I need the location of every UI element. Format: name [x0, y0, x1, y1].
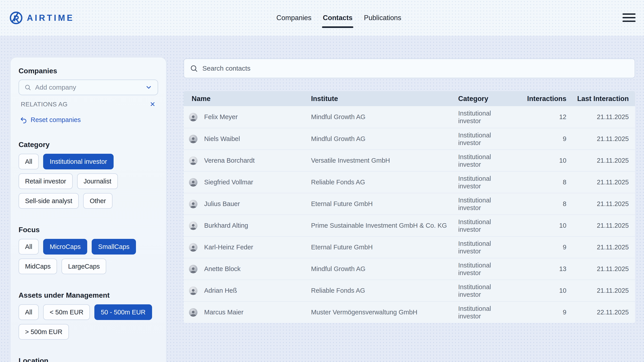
contact-avatar [189, 287, 198, 295]
cell-institute: Mindful Growth AG [303, 113, 450, 121]
contacts-search-bar[interactable] [184, 58, 635, 78]
reset-companies-link[interactable]: Reset companies [18, 116, 158, 124]
filter-chips: All< 50m EUR50 - 500m EUR> 500m EUR [18, 304, 158, 340]
cell-institute: Muster Vermögensverwaltung GmbH [303, 309, 450, 316]
filter-chip-institutional-investor[interactable]: Institutional investor [43, 154, 113, 169]
cell-category: Institutional investor [450, 129, 512, 149]
contact-name: Julius Bauer [204, 200, 240, 208]
cell-interactions: 8 [512, 200, 566, 208]
filter-chip-largecaps[interactable]: LargeCaps [62, 259, 106, 274]
cell-category: Institutional investor [450, 281, 512, 301]
filter-group-category: CategoryAllInstitutional investorRetail … [18, 141, 158, 209]
cell-last-interaction: 21.11.2025 [566, 244, 635, 251]
cell-interactions: 10 [512, 222, 566, 229]
filters-sidebar: Companies RELATIONS AG ✕ Reset companies… [10, 57, 166, 362]
cell-last-interaction: 21.11.2025 [566, 222, 635, 229]
filter-groups: CategoryAllInstitutional investorRetail … [18, 141, 158, 340]
nav-item-publications[interactable]: Publications [363, 13, 402, 23]
table-row[interactable]: Verena BorchardtVersatile Investment Gmb… [184, 149, 635, 171]
cell-interactions: 9 [512, 135, 566, 143]
cell-category: Institutional investor [450, 238, 512, 257]
cell-category: Institutional investor [450, 107, 512, 127]
brand[interactable]: AIRTIME [9, 11, 74, 25]
table-row[interactable]: Burkhard AltingPrime Sustainable Investm… [184, 215, 635, 236]
filter-chip-microcaps[interactable]: MicroCaps [43, 239, 87, 255]
reset-companies-label: Reset companies [31, 116, 81, 124]
table-row[interactable]: Felix MeyerMindful Growth AGInstitutiona… [184, 106, 635, 128]
filter-chip-smallcaps[interactable]: SmallCaps [92, 239, 136, 255]
contact-avatar [189, 265, 198, 273]
contact-name: Niels Waibel [204, 135, 240, 143]
cell-last-interaction: 22.11.2025 [566, 309, 635, 316]
cell-category: Institutional investor [450, 194, 512, 214]
filter-chip-50-500m-eur[interactable]: 50 - 500m EUR [94, 304, 152, 320]
cell-last-interaction: 21.11.2025 [566, 265, 635, 273]
cell-last-interaction: 21.11.2025 [566, 113, 635, 121]
cell-interactions: 12 [512, 113, 566, 121]
column-header-institute: Institute [303, 95, 450, 103]
cell-name: Karl-Heinz Feder [184, 243, 303, 252]
cell-institute: Eternal Future GmbH [303, 244, 450, 251]
cell-name: Burkhard Alting [184, 221, 303, 230]
cell-category: Institutional investor [450, 259, 512, 279]
column-header-last-interaction: Last Interaction [566, 95, 635, 103]
contact-avatar [189, 178, 198, 187]
table-row[interactable]: Siegfried VollmarReliable Fonds AGInstit… [184, 171, 635, 193]
table-row[interactable]: Niels WaibelMindful Growth AGInstitution… [184, 128, 635, 149]
cell-last-interaction: 21.11.2025 [566, 135, 635, 143]
cell-name: Felix Meyer [184, 113, 303, 121]
contact-avatar [189, 243, 198, 252]
cell-interactions: 10 [512, 157, 566, 164]
contact-name: Felix Meyer [204, 113, 238, 121]
filter-chip-all[interactable]: All [18, 154, 39, 169]
filter-group-focus: FocusAllMicroCapsSmallCapsMidCapsLargeCa… [18, 226, 158, 274]
cell-last-interaction: 21.11.2025 [566, 179, 635, 186]
table-row[interactable]: Adrian HeßReliable Fonds AGInstitutional… [184, 280, 635, 301]
table-row[interactable]: Marcus MaierMuster Vermögensverwaltung G… [184, 301, 635, 323]
add-company-combobox[interactable] [18, 79, 158, 95]
location-section-title: Location [18, 357, 158, 362]
cell-category: Institutional investor [450, 151, 512, 170]
contact-name: Anette Block [204, 265, 240, 273]
filter-group-title: Assets under Management [18, 291, 158, 300]
filter-chip-sell-side-analyst[interactable]: Sell-side analyst [18, 193, 79, 209]
cell-name: Siegfried Vollmar [184, 178, 303, 187]
nav-item-companies[interactable]: Companies [276, 13, 312, 23]
table-row[interactable]: Anette BlockMindful Growth AGInstitution… [184, 258, 635, 280]
nav-item-contacts[interactable]: Contacts [322, 13, 353, 23]
hamburger-menu-icon[interactable] [622, 13, 636, 22]
filter-chip-retail-investor[interactable]: Retail investor [18, 173, 73, 189]
filter-chip-all[interactable]: All [18, 239, 39, 255]
contact-name: Siegfried Vollmar [204, 179, 253, 186]
contacts-search-input[interactable] [202, 64, 629, 72]
contact-avatar [189, 135, 198, 143]
filter-chip-other[interactable]: Other [83, 193, 112, 209]
table-row[interactable]: Julius BauerEternal Future GmbHInstituti… [184, 193, 635, 215]
filter-chip-50m-eur[interactable]: < 50m EUR [43, 304, 90, 320]
contact-name: Marcus Maier [204, 309, 244, 316]
filter-chip-journalist[interactable]: Journalist [77, 173, 118, 189]
contacts-table: NameInstituteCategoryInteractionsLast In… [184, 91, 635, 323]
selected-company-name: RELATIONS AG [21, 101, 68, 108]
filter-chip-all[interactable]: All [18, 304, 39, 320]
cell-institute: Prime Sustainable Investment GmbH & Co. … [303, 222, 450, 229]
cell-name: Adrian Heß [184, 287, 303, 295]
filter-chips: AllMicroCapsSmallCapsMidCapsLargeCaps [18, 239, 158, 274]
add-company-input[interactable] [35, 84, 141, 91]
contact-name: Verena Borchardt [204, 157, 255, 164]
table-row[interactable]: Karl-Heinz FederEternal Future GmbHInsti… [184, 236, 635, 258]
contact-avatar [189, 113, 198, 121]
brand-name: AIRTIME [27, 13, 74, 23]
cell-interactions: 9 [512, 244, 566, 251]
cell-interactions: 10 [512, 287, 566, 294]
contact-name: Karl-Heinz Feder [204, 244, 253, 251]
chevron-down-icon[interactable] [145, 84, 152, 91]
filter-chip-midcaps[interactable]: MidCaps [18, 259, 57, 274]
remove-company-icon[interactable]: ✕ [148, 100, 157, 108]
contact-avatar [189, 200, 198, 208]
cell-institute: Versatile Investment GmbH [303, 157, 450, 164]
filter-chip-500m-eur[interactable]: > 500m EUR [18, 324, 69, 340]
column-header-interactions: Interactions [512, 95, 566, 103]
cell-institute: Eternal Future GmbH [303, 200, 450, 208]
companies-section-title: Companies [18, 67, 158, 75]
